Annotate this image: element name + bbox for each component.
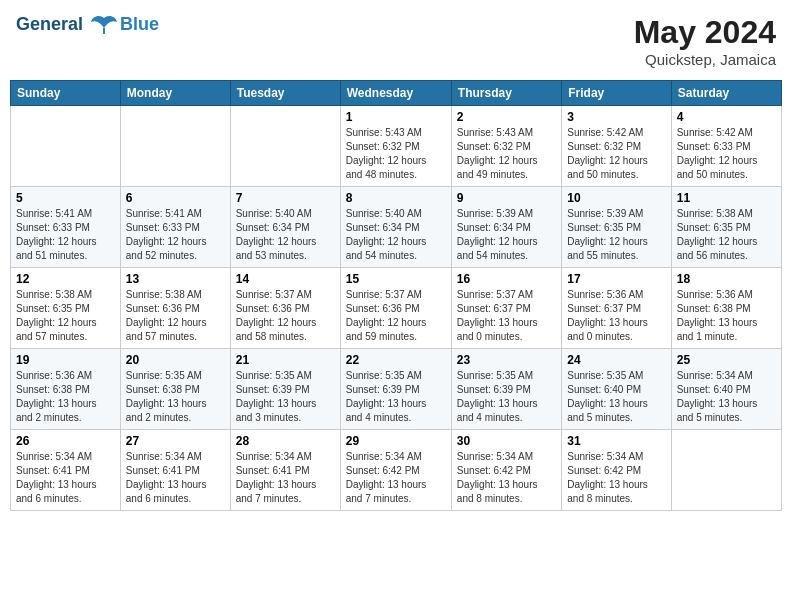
calendar-cell: 2Sunrise: 5:43 AM Sunset: 6:32 PM Daylig… — [451, 106, 561, 187]
day-info: Sunrise: 5:40 AM Sunset: 6:34 PM Dayligh… — [236, 207, 335, 263]
day-number: 11 — [677, 191, 776, 205]
day-info: Sunrise: 5:37 AM Sunset: 6:36 PM Dayligh… — [236, 288, 335, 344]
calendar-cell: 7Sunrise: 5:40 AM Sunset: 6:34 PM Daylig… — [230, 187, 340, 268]
calendar-cell — [671, 430, 781, 511]
day-info: Sunrise: 5:43 AM Sunset: 6:32 PM Dayligh… — [346, 126, 446, 182]
day-info: Sunrise: 5:36 AM Sunset: 6:38 PM Dayligh… — [16, 369, 115, 425]
day-number: 13 — [126, 272, 225, 286]
logo-blue-text: Blue — [120, 14, 159, 35]
day-info: Sunrise: 5:43 AM Sunset: 6:32 PM Dayligh… — [457, 126, 556, 182]
calendar-cell: 29Sunrise: 5:34 AM Sunset: 6:42 PM Dayli… — [340, 430, 451, 511]
page-header: General Blue May 2024 Quickstep, Jamaica — [10, 10, 782, 72]
calendar-cell: 8Sunrise: 5:40 AM Sunset: 6:34 PM Daylig… — [340, 187, 451, 268]
month-title: May 2024 — [634, 14, 776, 51]
day-number: 19 — [16, 353, 115, 367]
calendar-cell — [11, 106, 121, 187]
calendar-cell: 25Sunrise: 5:34 AM Sunset: 6:40 PM Dayli… — [671, 349, 781, 430]
calendar-cell: 18Sunrise: 5:36 AM Sunset: 6:38 PM Dayli… — [671, 268, 781, 349]
weekday-header: Monday — [120, 81, 230, 106]
weekday-header: Friday — [562, 81, 671, 106]
calendar-cell: 17Sunrise: 5:36 AM Sunset: 6:37 PM Dayli… — [562, 268, 671, 349]
calendar-cell: 5Sunrise: 5:41 AM Sunset: 6:33 PM Daylig… — [11, 187, 121, 268]
logo-text: General — [16, 14, 120, 36]
day-number: 24 — [567, 353, 665, 367]
day-info: Sunrise: 5:41 AM Sunset: 6:33 PM Dayligh… — [16, 207, 115, 263]
calendar-cell: 30Sunrise: 5:34 AM Sunset: 6:42 PM Dayli… — [451, 430, 561, 511]
day-number: 21 — [236, 353, 335, 367]
day-info: Sunrise: 5:34 AM Sunset: 6:41 PM Dayligh… — [126, 450, 225, 506]
logo-bird-icon — [90, 14, 118, 36]
day-info: Sunrise: 5:39 AM Sunset: 6:34 PM Dayligh… — [457, 207, 556, 263]
day-number: 10 — [567, 191, 665, 205]
calendar-cell: 20Sunrise: 5:35 AM Sunset: 6:38 PM Dayli… — [120, 349, 230, 430]
day-number: 5 — [16, 191, 115, 205]
day-number: 22 — [346, 353, 446, 367]
day-number: 9 — [457, 191, 556, 205]
day-info: Sunrise: 5:38 AM Sunset: 6:35 PM Dayligh… — [16, 288, 115, 344]
day-info: Sunrise: 5:42 AM Sunset: 6:32 PM Dayligh… — [567, 126, 665, 182]
day-info: Sunrise: 5:38 AM Sunset: 6:35 PM Dayligh… — [677, 207, 776, 263]
day-number: 17 — [567, 272, 665, 286]
day-number: 31 — [567, 434, 665, 448]
calendar-cell: 11Sunrise: 5:38 AM Sunset: 6:35 PM Dayli… — [671, 187, 781, 268]
day-number: 1 — [346, 110, 446, 124]
calendar-week-row: 19Sunrise: 5:36 AM Sunset: 6:38 PM Dayli… — [11, 349, 782, 430]
weekday-header: Thursday — [451, 81, 561, 106]
calendar-table: SundayMondayTuesdayWednesdayThursdayFrid… — [10, 80, 782, 511]
day-info: Sunrise: 5:34 AM Sunset: 6:42 PM Dayligh… — [457, 450, 556, 506]
day-number: 6 — [126, 191, 225, 205]
day-info: Sunrise: 5:37 AM Sunset: 6:36 PM Dayligh… — [346, 288, 446, 344]
day-info: Sunrise: 5:39 AM Sunset: 6:35 PM Dayligh… — [567, 207, 665, 263]
calendar-cell — [120, 106, 230, 187]
calendar-cell: 23Sunrise: 5:35 AM Sunset: 6:39 PM Dayli… — [451, 349, 561, 430]
day-number: 14 — [236, 272, 335, 286]
day-info: Sunrise: 5:36 AM Sunset: 6:38 PM Dayligh… — [677, 288, 776, 344]
calendar-week-row: 1Sunrise: 5:43 AM Sunset: 6:32 PM Daylig… — [11, 106, 782, 187]
calendar-cell: 19Sunrise: 5:36 AM Sunset: 6:38 PM Dayli… — [11, 349, 121, 430]
weekday-header: Sunday — [11, 81, 121, 106]
day-info: Sunrise: 5:37 AM Sunset: 6:37 PM Dayligh… — [457, 288, 556, 344]
day-number: 2 — [457, 110, 556, 124]
day-number: 27 — [126, 434, 225, 448]
calendar-cell: 16Sunrise: 5:37 AM Sunset: 6:37 PM Dayli… — [451, 268, 561, 349]
day-info: Sunrise: 5:34 AM Sunset: 6:42 PM Dayligh… — [567, 450, 665, 506]
calendar-cell: 1Sunrise: 5:43 AM Sunset: 6:32 PM Daylig… — [340, 106, 451, 187]
calendar-cell: 4Sunrise: 5:42 AM Sunset: 6:33 PM Daylig… — [671, 106, 781, 187]
calendar-cell: 14Sunrise: 5:37 AM Sunset: 6:36 PM Dayli… — [230, 268, 340, 349]
day-number: 4 — [677, 110, 776, 124]
calendar-cell: 31Sunrise: 5:34 AM Sunset: 6:42 PM Dayli… — [562, 430, 671, 511]
calendar-week-row: 5Sunrise: 5:41 AM Sunset: 6:33 PM Daylig… — [11, 187, 782, 268]
calendar-header-row: SundayMondayTuesdayWednesdayThursdayFrid… — [11, 81, 782, 106]
day-info: Sunrise: 5:42 AM Sunset: 6:33 PM Dayligh… — [677, 126, 776, 182]
calendar-cell: 3Sunrise: 5:42 AM Sunset: 6:32 PM Daylig… — [562, 106, 671, 187]
calendar-cell: 9Sunrise: 5:39 AM Sunset: 6:34 PM Daylig… — [451, 187, 561, 268]
weekday-header: Tuesday — [230, 81, 340, 106]
day-number: 3 — [567, 110, 665, 124]
day-info: Sunrise: 5:38 AM Sunset: 6:36 PM Dayligh… — [126, 288, 225, 344]
calendar-cell: 15Sunrise: 5:37 AM Sunset: 6:36 PM Dayli… — [340, 268, 451, 349]
day-info: Sunrise: 5:34 AM Sunset: 6:41 PM Dayligh… — [236, 450, 335, 506]
day-number: 15 — [346, 272, 446, 286]
day-number: 25 — [677, 353, 776, 367]
day-info: Sunrise: 5:34 AM Sunset: 6:42 PM Dayligh… — [346, 450, 446, 506]
calendar-cell: 22Sunrise: 5:35 AM Sunset: 6:39 PM Dayli… — [340, 349, 451, 430]
calendar-cell: 28Sunrise: 5:34 AM Sunset: 6:41 PM Dayli… — [230, 430, 340, 511]
calendar-week-row: 26Sunrise: 5:34 AM Sunset: 6:41 PM Dayli… — [11, 430, 782, 511]
day-info: Sunrise: 5:34 AM Sunset: 6:41 PM Dayligh… — [16, 450, 115, 506]
day-number: 30 — [457, 434, 556, 448]
calendar-cell: 21Sunrise: 5:35 AM Sunset: 6:39 PM Dayli… — [230, 349, 340, 430]
day-number: 20 — [126, 353, 225, 367]
day-info: Sunrise: 5:41 AM Sunset: 6:33 PM Dayligh… — [126, 207, 225, 263]
day-info: Sunrise: 5:35 AM Sunset: 6:38 PM Dayligh… — [126, 369, 225, 425]
day-info: Sunrise: 5:35 AM Sunset: 6:39 PM Dayligh… — [236, 369, 335, 425]
calendar-cell: 27Sunrise: 5:34 AM Sunset: 6:41 PM Dayli… — [120, 430, 230, 511]
day-info: Sunrise: 5:40 AM Sunset: 6:34 PM Dayligh… — [346, 207, 446, 263]
day-info: Sunrise: 5:35 AM Sunset: 6:40 PM Dayligh… — [567, 369, 665, 425]
calendar-cell: 26Sunrise: 5:34 AM Sunset: 6:41 PM Dayli… — [11, 430, 121, 511]
calendar-cell: 6Sunrise: 5:41 AM Sunset: 6:33 PM Daylig… — [120, 187, 230, 268]
day-info: Sunrise: 5:34 AM Sunset: 6:40 PM Dayligh… — [677, 369, 776, 425]
day-number: 7 — [236, 191, 335, 205]
day-number: 16 — [457, 272, 556, 286]
day-number: 26 — [16, 434, 115, 448]
day-info: Sunrise: 5:36 AM Sunset: 6:37 PM Dayligh… — [567, 288, 665, 344]
